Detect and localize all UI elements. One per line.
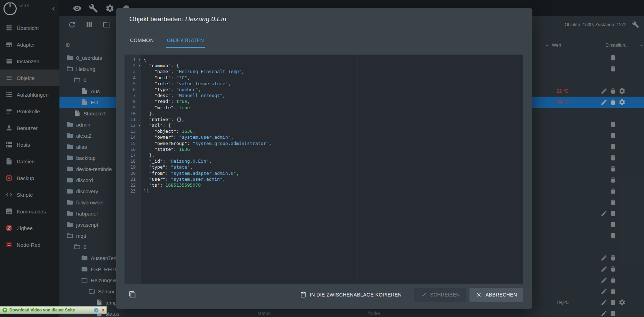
line-number: 10 xyxy=(124,111,141,116)
write-button[interactable]: SCHREIBEN xyxy=(414,288,466,302)
code-line: "acl": { xyxy=(144,122,523,128)
cancel-button-label: ABBRECHEN xyxy=(485,292,517,298)
line-number: 18 xyxy=(124,158,141,164)
code-line: "owner": "system.user.admin", xyxy=(144,134,523,140)
line-number: 20 xyxy=(124,170,141,176)
dialog-title-prefix: Objekt bearbeiten: xyxy=(129,15,185,23)
app-root: v6.3.5 ÜbersichtAdapterInstanzenObjekteA… xyxy=(0,0,644,317)
code-line: "desc": "Manuell erzeugt", xyxy=(144,92,523,98)
line-number: 5 xyxy=(124,81,141,87)
line-number: 3 xyxy=(124,68,141,74)
line-number: 19 xyxy=(124,164,141,170)
code-line: "native": {}, xyxy=(144,116,523,122)
line-number: 21 xyxy=(124,176,141,182)
copy-to-clipboard-label: IN DIE ZWISCHENABLAGE KOPIEREN xyxy=(310,292,402,298)
line-number: 2▾ xyxy=(124,63,141,68)
code-line: "common": { xyxy=(144,63,523,68)
code-line: } xyxy=(144,188,523,194)
line-number: 4 xyxy=(124,75,141,81)
code-line: "state": 1636 xyxy=(144,146,523,152)
code-line: "user": "system.user.admin", xyxy=(144,176,523,182)
code-line: "ownerGroup": "system.group.administrato… xyxy=(144,140,523,146)
code-line: { xyxy=(144,57,523,63)
fold-caret-icon[interactable]: ▾ xyxy=(139,123,140,129)
line-number: 16 xyxy=(124,146,141,152)
code-line: "type": "state", xyxy=(144,164,523,170)
tab-common[interactable]: COMMON xyxy=(129,33,154,48)
dialog-actions: IN DIE ZWISCHENABLAGE KOPIEREN SCHREIBEN… xyxy=(124,287,523,302)
line-number: 17 xyxy=(124,152,141,158)
code-line: "from": "system.adapter.admin.0", xyxy=(144,170,523,176)
line-number: 6 xyxy=(124,87,141,92)
code-line: "read": true, xyxy=(144,98,523,104)
download-video-bar[interactable]: ▼ Download Video von dieser Seite ? x xyxy=(0,306,107,314)
download-video-label[interactable]: Download Video von dieser Seite xyxy=(9,308,75,312)
fold-caret-icon[interactable]: ▾ xyxy=(139,63,140,69)
code-line: }, xyxy=(144,111,523,116)
line-number: 11 xyxy=(124,116,141,122)
download-bar-close-button[interactable]: x xyxy=(102,308,104,312)
editor-gutter: 1▾2▾3456789101112▾1314151617181920212223 xyxy=(124,55,141,284)
json-editor[interactable]: 1▾2▾3456789101112▾1314151617181920212223… xyxy=(124,55,523,284)
code-line: "object": 1636, xyxy=(144,128,523,134)
line-number: 1▾ xyxy=(124,57,141,63)
close-icon xyxy=(476,292,482,298)
download-video-icon: ▼ xyxy=(2,308,7,312)
code-line: "write": true xyxy=(144,105,523,111)
line-number: 7 xyxy=(124,92,141,98)
tab-objektdaten[interactable]: OBJEKTDATEN xyxy=(166,33,204,48)
dialog-tabs: COMMON OBJEKTDATEN xyxy=(129,33,205,48)
code-line: "type": "number", xyxy=(144,87,523,92)
line-number: 8 xyxy=(124,98,141,104)
fold-caret-icon[interactable]: ▾ xyxy=(139,57,140,63)
write-button-label: SCHREIBEN xyxy=(430,292,460,298)
line-number: 22 xyxy=(124,182,141,188)
line-number: 23 xyxy=(124,188,141,194)
line-number: 14 xyxy=(124,134,141,140)
cancel-button[interactable]: ABBRECHEN xyxy=(469,288,523,302)
line-number: 9 xyxy=(124,105,141,111)
code-line: "role": "value.temperature", xyxy=(144,81,523,87)
download-bar-help-button[interactable]: ? xyxy=(94,308,98,312)
dialog-title: Objekt bearbeiten: Heizung.0.Ein xyxy=(129,15,226,23)
code-line: "ts": 1685135595070 xyxy=(144,182,523,188)
copy-content-icon[interactable] xyxy=(129,291,136,299)
line-number: 12▾ xyxy=(124,122,141,128)
check-icon xyxy=(420,292,427,298)
edit-object-dialog: Objekt bearbeiten: Heizung.0.Ein COMMON … xyxy=(116,8,532,309)
code-line: "_id": "Heizung.0.Ein", xyxy=(144,158,523,164)
code-line: "unit": "°C", xyxy=(144,75,523,81)
code-line: "name": "Heizung Einschalt Temp", xyxy=(144,68,523,74)
text-cursor xyxy=(147,188,147,193)
code-line: }, xyxy=(144,152,523,158)
editor-code[interactable]: { "common": { "name": "Heizung Einschalt… xyxy=(141,55,523,284)
dialog-title-object-id: Heizung.0.Ein xyxy=(185,15,226,23)
editor-print-margin xyxy=(357,55,357,284)
line-number: 15 xyxy=(124,140,141,146)
clipboard-icon xyxy=(300,292,306,298)
copy-to-clipboard-button[interactable]: IN DIE ZWISCHENABLAGE KOPIEREN xyxy=(297,288,404,301)
line-number: 13 xyxy=(124,128,141,134)
